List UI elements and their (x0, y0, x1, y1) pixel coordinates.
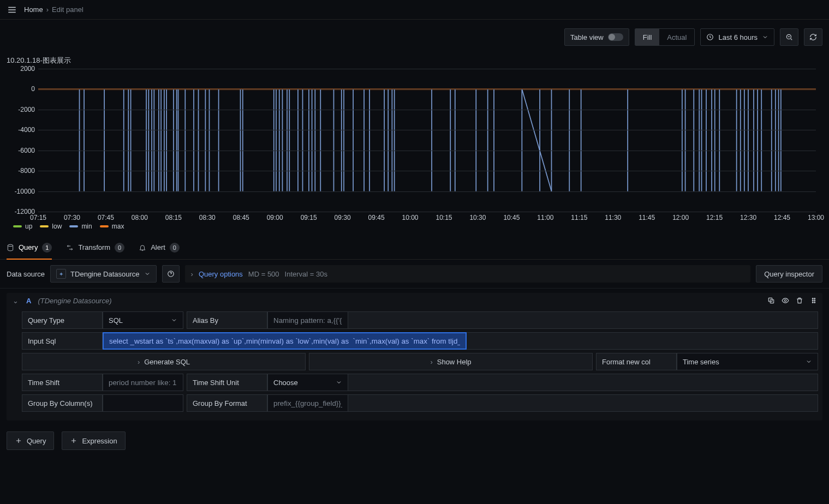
legend-item[interactable]: max (100, 223, 124, 230)
query-type-value: SQL (109, 316, 123, 325)
svg-point-93 (814, 302, 815, 303)
table-view-toggle[interactable]: Table view (564, 28, 629, 46)
actual-button[interactable]: Actual (659, 29, 694, 45)
copy-icon (767, 297, 775, 304)
fill-actual-segment: Fill Actual (635, 28, 695, 46)
tab-transform[interactable]: Transform 0 (66, 236, 124, 259)
data-source-select[interactable]: ✦ TDengine Datasource (50, 265, 156, 283)
collapse-toggle[interactable]: ⌄ (11, 297, 20, 305)
svg-point-91 (814, 300, 815, 301)
legend-item[interactable]: up (13, 223, 32, 230)
query-inspector-button[interactable]: Query inspector (756, 265, 822, 283)
x-tick-label: 07:30 (64, 214, 80, 221)
toggle-switch-icon[interactable] (608, 33, 623, 41)
tab-query[interactable]: Query 1 (7, 236, 52, 259)
fill-button[interactable]: Fill (635, 29, 660, 45)
refresh-button[interactable] (804, 28, 822, 46)
add-query-button[interactable]: Query (7, 431, 54, 450)
chart-plot (38, 69, 816, 212)
add-query-label: Query (27, 437, 46, 445)
plus-icon (70, 437, 77, 445)
clock-icon (706, 33, 714, 41)
x-tick-label: 09:30 (335, 214, 351, 221)
duplicate-button[interactable] (767, 296, 776, 305)
svg-line-82 (522, 89, 551, 191)
x-tick-label: 11:30 (605, 214, 621, 221)
generate-sql-label: Generate SQL (144, 358, 190, 366)
alias-by-label: Alias By (187, 311, 267, 329)
svg-point-90 (812, 300, 813, 301)
x-tick-label: 11:00 (537, 214, 553, 221)
time-range-picker[interactable]: Last 6 hours (700, 28, 774, 46)
x-tick-label: 08:15 (165, 214, 182, 221)
alias-by-input[interactable] (267, 311, 348, 329)
add-expression-button[interactable]: Expression (62, 431, 125, 450)
y-tick-label: 0 (7, 85, 35, 93)
x-tick-label: 13:00 (808, 214, 824, 221)
group-by-format-label: Group By Format (187, 394, 267, 412)
data-source-label: Data source (7, 270, 45, 278)
x-tick-label: 08:30 (199, 214, 216, 221)
generate-sql-button[interactable]: › Generate SQL (22, 353, 306, 370)
x-tick-label: 07:45 (98, 214, 114, 221)
group-by-label: Group By Column(s) (22, 394, 103, 412)
data-source-value: TDengine Datasource (70, 270, 139, 278)
query-source: (TDengine Datasource) (38, 297, 111, 305)
chevron-down-icon (144, 271, 151, 277)
group-by-input[interactable] (103, 394, 183, 412)
tab-transform-label: Transform (78, 243, 110, 251)
legend-label: max (112, 223, 124, 230)
x-tick-label: 07:15 (30, 214, 46, 221)
question-icon (167, 270, 175, 278)
tab-query-badge: 1 (42, 243, 52, 253)
query-options-md: MD = 500 (248, 270, 279, 278)
zoom-out-icon (785, 33, 793, 41)
x-tick-label: 12:45 (774, 214, 790, 221)
legend-swatch (69, 225, 78, 227)
toggle-visibility-button[interactable] (781, 296, 790, 305)
format-select[interactable]: Time series (677, 353, 818, 370)
trash-icon (796, 297, 803, 304)
breadcrumb-home[interactable]: Home (24, 5, 43, 14)
refresh-icon (809, 33, 817, 41)
y-tick-label: -8000 (7, 167, 35, 175)
input-sql-field[interactable] (103, 332, 467, 350)
hamburger-menu-icon[interactable] (7, 4, 17, 15)
x-tick-label: 08:45 (233, 214, 249, 221)
drag-handle[interactable] (809, 296, 818, 305)
query-options-bar[interactable]: › Query options MD = 500 Interval = 30s (185, 265, 751, 283)
data-source-help-button[interactable] (162, 265, 180, 283)
panel-title: 10.20.1.18-图表展示 (0, 55, 829, 65)
x-tick-label: 11:45 (639, 214, 655, 221)
svg-point-92 (812, 302, 813, 303)
show-help-label: Show Help (437, 358, 472, 366)
x-tick-label: 10:45 (503, 214, 520, 221)
input-sql-label: Input Sql (22, 332, 103, 350)
zoom-out-button[interactable] (780, 28, 798, 46)
legend-label: min (81, 223, 92, 230)
x-tick-label: 11:15 (571, 214, 587, 221)
chevron-down-icon (806, 358, 812, 365)
time-shift-unit-select[interactable]: Choose (267, 374, 348, 391)
tab-alert-badge: 0 (170, 243, 180, 253)
delete-button[interactable] (795, 296, 804, 305)
x-tick-label: 12:30 (740, 214, 756, 221)
x-tick-label: 08:00 (132, 214, 148, 221)
query-letter[interactable]: A (26, 297, 31, 305)
y-tick-label: 2000 (7, 65, 35, 73)
show-help-button[interactable]: › Show Help (309, 353, 593, 370)
query-options-link[interactable]: Query options (199, 270, 243, 278)
legend-swatch (40, 225, 49, 227)
group-by-format-input[interactable] (267, 394, 348, 412)
query-type-label: Query Type (22, 311, 103, 329)
y-tick-label: -10000 (7, 188, 35, 195)
database-icon (7, 244, 14, 251)
svg-point-89 (814, 298, 815, 299)
transform-icon (66, 244, 74, 251)
chart-legend: uplowminmax (13, 221, 124, 231)
legend-item[interactable]: low (40, 223, 62, 230)
query-type-select[interactable]: SQL (103, 311, 183, 329)
time-shift-input[interactable] (103, 374, 183, 391)
tab-alert[interactable]: Alert 0 (139, 236, 180, 259)
legend-item[interactable]: min (69, 223, 92, 230)
